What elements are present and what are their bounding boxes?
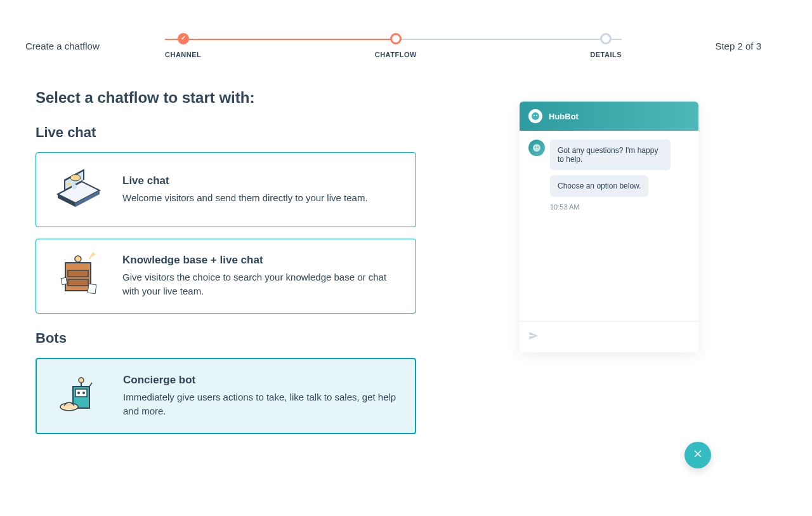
close-icon bbox=[692, 448, 704, 462]
step-details[interactable]: DETAILS bbox=[590, 33, 622, 58]
step-dot-done bbox=[178, 33, 189, 44]
page-title: Select a chatflow to start with: bbox=[36, 89, 416, 107]
close-chat-button[interactable] bbox=[684, 442, 711, 468]
laptop-chat-icon bbox=[51, 167, 107, 213]
svg-point-18 bbox=[77, 392, 80, 394]
bot-avatar-icon bbox=[528, 140, 545, 156]
step-dot-idle bbox=[600, 33, 612, 44]
svg-rect-12 bbox=[61, 277, 67, 284]
svg-rect-9 bbox=[68, 270, 88, 277]
section-title-live-chat: Live chat bbox=[36, 124, 416, 141]
chat-preview: HubBot Got any questions? I'm happy to h… bbox=[520, 102, 698, 446]
card-concierge-bot[interactable]: Concierge bot Immediately give users act… bbox=[36, 358, 416, 434]
chat-timestamp: 10:53 AM bbox=[550, 203, 690, 211]
svg-rect-17 bbox=[75, 389, 87, 397]
svg-point-29 bbox=[537, 147, 539, 148]
svg-point-7 bbox=[72, 184, 77, 189]
concierge-robot-icon bbox=[52, 373, 108, 419]
card-title: Live chat bbox=[122, 175, 400, 187]
send-icon bbox=[528, 331, 539, 343]
step-dot-active bbox=[390, 33, 402, 44]
step-counter: Step 2 of 3 bbox=[622, 41, 761, 51]
svg-point-11 bbox=[75, 256, 81, 262]
chat-input-footer[interactable] bbox=[520, 321, 698, 352]
bot-avatar-icon bbox=[528, 109, 542, 123]
knowledge-base-drawer-icon bbox=[51, 253, 107, 299]
chat-body: Got any questions? I'm happy to help. Ch… bbox=[520, 131, 698, 321]
card-title: Concierge bot bbox=[123, 374, 400, 387]
svg-point-28 bbox=[535, 147, 536, 148]
svg-point-6 bbox=[70, 175, 81, 181]
section-title-bots: Bots bbox=[36, 330, 416, 347]
chat-message: Got any questions? I'm happy to help. bbox=[550, 140, 671, 170]
chat-message: Choose an option below. bbox=[550, 175, 648, 197]
card-desc: Welcome visitors and send them directly … bbox=[122, 191, 400, 206]
options-column: Select a chatflow to start with: Live ch… bbox=[36, 76, 416, 446]
svg-line-23 bbox=[89, 383, 92, 387]
svg-point-26 bbox=[536, 115, 537, 116]
step-channel[interactable]: CHANNEL bbox=[165, 33, 201, 58]
bot-name: HubBot bbox=[549, 112, 579, 121]
svg-point-19 bbox=[82, 392, 85, 394]
card-title: Knowledge base + live chat bbox=[122, 254, 400, 267]
svg-rect-10 bbox=[68, 279, 88, 286]
card-live-chat[interactable]: Live chat Welcome visitors and send them… bbox=[36, 152, 416, 227]
card-kb-live-chat[interactable]: Knowledge base + live chat Give visitors… bbox=[36, 239, 416, 314]
wizard-header: Create a chatflow CHANNEL CHATFLOW DETAI… bbox=[0, 0, 812, 76]
svg-point-20 bbox=[79, 378, 84, 383]
page-subtitle: Create a chatflow bbox=[25, 41, 165, 51]
card-desc: Immediately give users actions to take, … bbox=[123, 390, 400, 419]
svg-point-25 bbox=[534, 115, 535, 116]
svg-point-5 bbox=[67, 182, 71, 186]
svg-point-27 bbox=[533, 144, 540, 152]
card-desc: Give visitors the choice to search your … bbox=[122, 270, 400, 299]
svg-point-24 bbox=[532, 112, 539, 120]
stepper: CHANNEL CHATFLOW DETAILS bbox=[165, 33, 622, 58]
step-chatflow[interactable]: CHATFLOW bbox=[375, 33, 417, 58]
chat-header: HubBot bbox=[520, 102, 698, 131]
svg-rect-13 bbox=[88, 284, 96, 294]
